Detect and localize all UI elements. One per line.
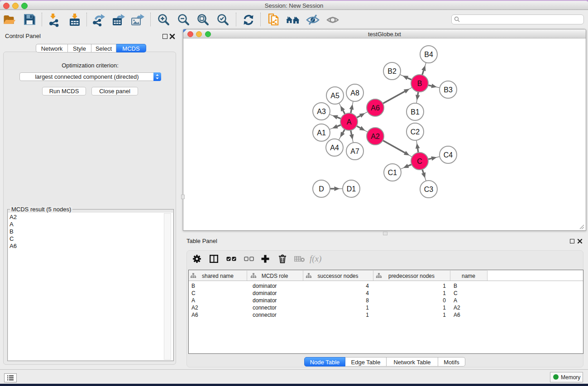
svg-text:D1: D1 bbox=[347, 185, 356, 193]
svg-text:A: A bbox=[347, 118, 352, 126]
svg-text:B2: B2 bbox=[387, 67, 397, 75]
svg-text:C2: C2 bbox=[411, 128, 420, 136]
svg-text:C: C bbox=[417, 157, 422, 165]
svg-text:A3: A3 bbox=[317, 108, 326, 115]
svg-text:B: B bbox=[417, 80, 422, 87]
svg-text:A6: A6 bbox=[371, 104, 380, 112]
svg-text:D: D bbox=[319, 185, 324, 193]
svg-text:C4: C4 bbox=[444, 151, 453, 159]
svg-text:A7: A7 bbox=[350, 148, 359, 155]
svg-text:A1: A1 bbox=[317, 129, 326, 137]
svg-text:C1: C1 bbox=[388, 169, 397, 176]
svg-text:A5: A5 bbox=[330, 92, 339, 100]
svg-text:C3: C3 bbox=[424, 186, 434, 193]
svg-text:A2: A2 bbox=[371, 133, 380, 140]
svg-text:B3: B3 bbox=[444, 86, 453, 94]
svg-text:A8: A8 bbox=[350, 89, 359, 97]
svg-text:A4: A4 bbox=[330, 144, 339, 152]
svg-text:B1: B1 bbox=[411, 108, 420, 116]
svg-text:B4: B4 bbox=[424, 51, 433, 58]
